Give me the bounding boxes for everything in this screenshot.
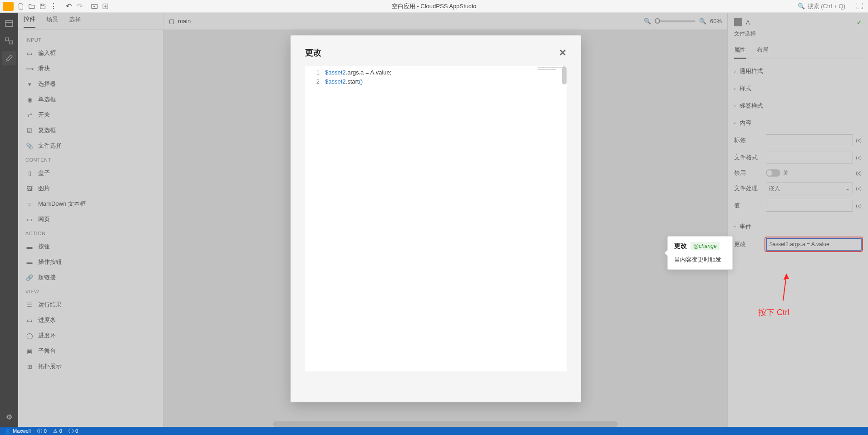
info-icon: ⓘ — [69, 428, 74, 435]
save-icon[interactable] — [37, 1, 48, 12]
tooltip-badge: @change — [690, 242, 720, 250]
more-icon[interactable]: ⋮ — [48, 1, 59, 12]
redo-icon[interactable]: ↷ — [74, 1, 85, 12]
code-editor[interactable]: 12 $asset2.args.a = A.value; $asset2.sta… — [305, 66, 567, 371]
tooltip-title: 更改 — [674, 242, 687, 250]
search-icon: 🔍 — [798, 3, 805, 10]
divider — [61, 3, 61, 10]
status-bar: 👤Maxwell ⓘ0 ⚠0 ⓘ0 — [0, 427, 868, 435]
event-tooltip: 更改 @change 当内容变更时触发 — [667, 236, 733, 270]
brand-logo — [3, 2, 14, 11]
divider — [87, 3, 87, 10]
code-content[interactable]: $asset2.args.a = A.value; $asset2.start(… — [325, 66, 391, 88]
error-icon: ⓘ — [37, 428, 42, 435]
editor-scrollbar[interactable] — [562, 66, 567, 84]
fullscreen-icon[interactable]: ⛶ — [854, 1, 865, 12]
new-file-icon[interactable] — [15, 1, 26, 12]
top-toolbar: ⋮ ↶ ↷ 空白应用 - CloudPSS AppStudio 🔍 搜索 (Ct… — [0, 0, 868, 13]
status-errors[interactable]: ⓘ0 — [37, 428, 47, 435]
preview-icon[interactable] — [89, 1, 100, 12]
annotation-arrow — [781, 273, 794, 305]
tooltip-arrow — [665, 250, 668, 256]
tooltip-desc: 当内容变更时触发 — [674, 256, 726, 264]
status-info[interactable]: ⓘ0 — [69, 428, 78, 435]
search-box[interactable]: 🔍 搜索 (Ctrl + Q) — [798, 2, 845, 10]
minimap[interactable] — [538, 67, 565, 76]
edit-modal: 更改 ✕ 12 $asset2.args.a = A.value; $asset… — [291, 35, 581, 402]
search-placeholder: 搜索 (Ctrl + Q) — [808, 2, 845, 10]
undo-icon[interactable]: ↶ — [63, 1, 74, 12]
modal-header: 更改 ✕ — [291, 35, 581, 66]
status-user[interactable]: 👤Maxwell — [5, 428, 31, 434]
warning-icon: ⚠ — [53, 428, 58, 434]
line-gutter: 12 — [305, 66, 325, 88]
svg-marker-6 — [784, 273, 789, 280]
export-icon[interactable] — [100, 1, 111, 12]
status-warnings[interactable]: ⚠0 — [53, 428, 62, 434]
open-folder-icon[interactable] — [26, 1, 37, 12]
user-icon: 👤 — [5, 428, 11, 434]
annotation-text: 按下 Ctrl — [758, 307, 789, 318]
app-title: 空白应用 - CloudPSS AppStudio — [392, 2, 476, 10]
close-icon[interactable]: ✕ — [559, 47, 567, 58]
modal-title: 更改 — [305, 47, 321, 58]
